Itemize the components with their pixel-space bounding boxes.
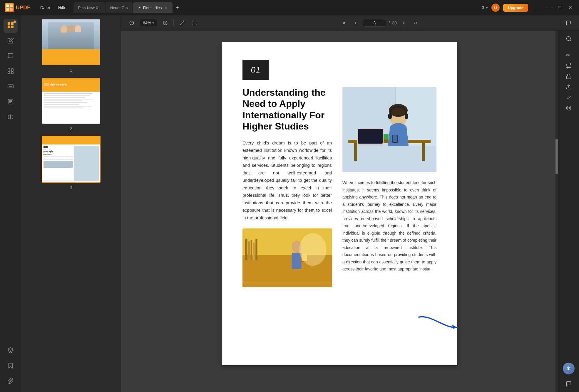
right-sidebar: OCR	[558, 31, 579, 392]
svg-point-33	[299, 233, 326, 266]
stamp-right-button[interactable]	[564, 103, 573, 113]
tab-label-pets: Pets-New-01	[78, 6, 100, 10]
thumb-number-3: 3	[70, 185, 72, 189]
ocr-icon	[7, 98, 14, 106]
scrollbar-thumb[interactable]	[555, 139, 558, 174]
fit-width-button[interactable]	[177, 18, 187, 28]
zoom-out-button[interactable]	[127, 18, 136, 28]
svg-rect-25	[248, 241, 250, 260]
article-title: Understanding the Need to Apply Internat…	[242, 87, 332, 132]
add-tab-button[interactable]: +	[173, 4, 181, 12]
close-button[interactable]: ✕	[566, 4, 574, 12]
chat-right-button[interactable]	[564, 379, 573, 388]
tab-area: Pets-New-01 Neuer Tab ✂ Find....dies ✕ +	[73, 2, 482, 13]
separator	[534, 4, 534, 11]
redact-icon	[7, 83, 14, 91]
sidebar-item-redact[interactable]	[4, 80, 18, 94]
sidebar-item-organize[interactable]	[4, 65, 18, 79]
sidebar-item-thumbnails[interactable]	[4, 19, 18, 33]
thumb3-right	[74, 146, 99, 181]
zoom-in-button[interactable]	[160, 18, 170, 28]
hero-image-inner	[342, 87, 436, 172]
hero-image	[342, 87, 436, 172]
svg-rect-10	[8, 71, 10, 73]
attachment-icon	[7, 378, 14, 386]
toc-header-text: Table of Contents	[50, 84, 67, 86]
thumb2-header: Table of Contents	[42, 78, 100, 92]
upgrade-button[interactable]: Upgrade	[503, 4, 528, 12]
svg-line-53	[570, 40, 571, 41]
first-page-button[interactable]	[339, 18, 349, 28]
svg-rect-11	[11, 71, 13, 73]
thumbnail-3[interactable]: 01 Understandingthe Need to ApplyInterna…	[25, 136, 117, 189]
page-right-column: When it comes to fulfilling the student …	[342, 87, 436, 287]
tab-neuer[interactable]: Neuer Tab	[106, 2, 133, 13]
svg-rect-4	[8, 22, 10, 25]
toolbar-sep-2	[560, 19, 560, 26]
zoom-display[interactable]: 64% ▾	[140, 19, 157, 26]
ocr-right-button[interactable]: OCR	[564, 51, 573, 60]
maximize-button[interactable]: □	[555, 4, 564, 12]
thumb-card-3[interactable]: 01 Understandingthe Need to ApplyInterna…	[42, 136, 101, 183]
tab-label-find: Find....dies	[143, 6, 162, 10]
last-page-button[interactable]	[411, 18, 420, 28]
protect-right-button[interactable]	[564, 72, 573, 81]
svg-rect-30	[292, 253, 302, 269]
left-sidebar	[0, 15, 21, 392]
svg-rect-50	[393, 135, 397, 142]
comment-toolbar-button[interactable]	[564, 18, 573, 28]
menu-datei[interactable]: Datei	[36, 4, 54, 12]
page-number-input[interactable]: 3	[363, 19, 386, 27]
toolbar: 64% ▾	[121, 15, 579, 31]
article-body-text: Every child's dream is to be part of an …	[242, 139, 332, 222]
prev-page-button[interactable]	[351, 18, 360, 28]
sidebar-item-layers[interactable]	[4, 344, 18, 358]
sidebar-item-edit[interactable]	[4, 34, 18, 48]
svg-marker-51	[452, 324, 457, 329]
svg-rect-7	[11, 26, 14, 28]
thumb2-content	[42, 92, 100, 124]
next-page-button[interactable]	[399, 18, 409, 28]
tab-pets[interactable]: Pets-New-01	[73, 2, 105, 13]
menu-hilfe[interactable]: Hilfe	[54, 4, 71, 12]
thumb-img-2: Table of Contents	[42, 78, 100, 124]
tab-find[interactable]: ✂ Find....dies ✕	[133, 2, 173, 13]
arrow-annotation	[416, 311, 463, 336]
minimize-button[interactable]: —	[545, 4, 553, 12]
ai-assistant-button[interactable]: ❄	[563, 363, 575, 374]
thumb-card-1[interactable]	[42, 19, 101, 66]
svg-rect-9	[11, 68, 13, 71]
svg-point-52	[566, 37, 570, 41]
page-left-column: Understanding the Need to Apply Internat…	[242, 87, 332, 287]
svg-rect-48	[405, 114, 408, 119]
pdf-content-area: 01 Understanding the Need to Apply Inter…	[121, 31, 558, 392]
svg-rect-0	[6, 4, 9, 7]
thumb3-header	[42, 136, 100, 144]
sidebar-item-bookmark[interactable]	[4, 359, 18, 373]
logo-icon	[5, 3, 14, 12]
search-right-button[interactable]	[564, 34, 573, 43]
total-pages: 30	[392, 21, 397, 25]
tab-close-find[interactable]: ✕	[164, 5, 168, 10]
page-counter-display: 3 ▾	[482, 5, 488, 10]
thumbnail-2[interactable]: Table of Contents	[25, 77, 117, 131]
fit-page-button[interactable]	[190, 18, 200, 28]
svg-rect-2	[6, 8, 9, 11]
thumbnail-1[interactable]: 1	[25, 19, 117, 73]
sign-right-button[interactable]	[564, 93, 573, 102]
sidebar-item-ocr[interactable]	[4, 95, 18, 109]
chevron-down-icon[interactable]: ▾	[486, 5, 488, 10]
zoom-arrow-icon: ▾	[152, 21, 154, 25]
library-image	[242, 228, 332, 287]
svg-rect-47	[388, 114, 392, 119]
convert-right-button[interactable]	[564, 61, 573, 70]
thumb-card-2[interactable]: Table of Contents	[42, 77, 101, 124]
thumb-number-1: 1	[70, 68, 72, 73]
app-logo: UPDF	[5, 3, 30, 12]
thumb-img-3: 01 Understandingthe Need to ApplyInterna…	[42, 136, 100, 182]
svg-rect-5	[11, 22, 14, 25]
sidebar-item-attachment[interactable]	[4, 374, 18, 388]
share-right-button[interactable]	[564, 82, 573, 92]
sidebar-item-merge[interactable]	[4, 110, 18, 125]
sidebar-item-comment[interactable]	[4, 49, 18, 63]
